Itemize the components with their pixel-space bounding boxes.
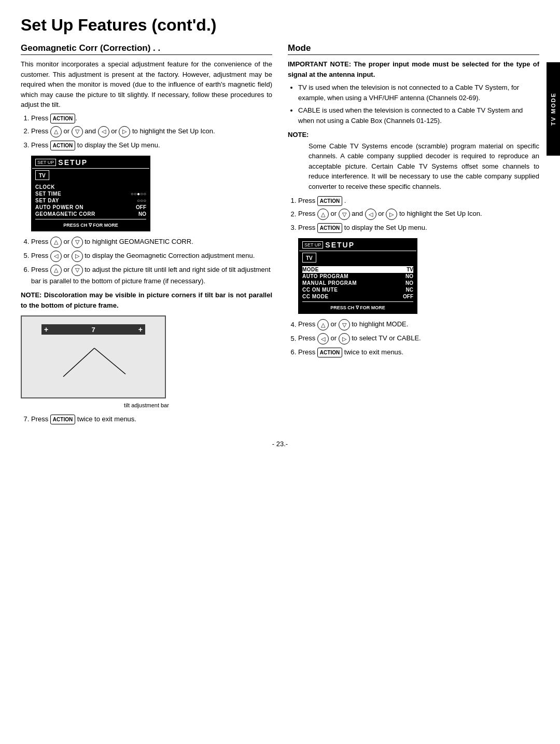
note-text: Discoloration may be visible in picture …	[21, 291, 272, 309]
up-icon-3[interactable]: △	[50, 265, 62, 276]
screen1-tv-icon: TV	[39, 173, 46, 178]
right-step-4: Press △ or ▽ to highlight MODE.	[298, 319, 539, 330]
right-step-5: Press ◁ or ▷ to select TV or CABLE.	[298, 333, 539, 345]
tv-mode-sidebar: TV MODE	[547, 62, 560, 156]
action-btn-r3[interactable]: ACTION	[317, 348, 342, 357]
left-steps-list-2: Press △ or ▽ to highlight GEOMAGNETIC CO…	[31, 237, 272, 286]
up-icon-2[interactable]: △	[50, 237, 62, 248]
svg-line-1	[94, 348, 125, 374]
right-step-6: Press ACTION twice to exit menus.	[298, 347, 539, 357]
cable-note-text: Some Cable TV Systems encode (scramble) …	[309, 141, 539, 192]
screen2-tv-icon: TV	[306, 255, 313, 261]
left-step-4: Press △ or ▽ to highlight GEOMAGNETIC CO…	[31, 237, 272, 248]
screen2-row-autoprogram: AUTO PROGRAM NO	[302, 273, 413, 280]
right-icon-1[interactable]: ▷	[119, 126, 130, 137]
up-icon-r2[interactable]: △	[317, 319, 329, 330]
screen2-header: SET UP SETUP	[299, 239, 416, 251]
screen2-row-ccmode: CC MODE OFF	[302, 293, 413, 300]
up-icon-1[interactable]: △	[50, 126, 62, 137]
tilt-bar: + 7 +	[41, 324, 145, 335]
screen1-header: SET UP SETUP	[32, 157, 149, 169]
left-step-2: Press △ or ▽ and ◁ or ▷ to highlight the…	[31, 126, 272, 137]
tilt-arrow-svg	[43, 346, 146, 387]
right-step-1: Press ACTION .	[298, 196, 539, 206]
tilt-note: NOTE: Discoloration may be visible in pi…	[21, 290, 272, 310]
screen1-row-clock: CLOCK	[35, 184, 146, 190]
screen2-row-cconmute: CC ON MUTE NC	[302, 286, 413, 293]
important-note: IMPORTANT NOTE: The proper input mode mu…	[288, 59, 539, 79]
screen-mockup-1: SET UP SETUP TV CLOCK SET TIME ○○●○○ SET	[31, 156, 150, 231]
cable-note-label: NOTE:	[288, 130, 539, 140]
tilt-plus-left: +	[44, 325, 48, 334]
screen1-title: SETUP	[58, 158, 88, 167]
right-icon-2[interactable]: ▷	[72, 251, 83, 262]
left-icon-1[interactable]: ◁	[98, 126, 109, 137]
left-heading: Geomagnetic Corr (Correction) . .	[21, 43, 272, 55]
right-heading: Mode	[288, 43, 539, 55]
left-step-5: Press ◁ or ▷ to display the Geomagnetic …	[31, 251, 272, 262]
screen1-row-settime: SET TIME ○○●○○	[35, 190, 146, 197]
down-icon-3[interactable]: ▽	[72, 265, 83, 276]
tv-bullet: TV is used when the television is not co…	[298, 82, 539, 103]
screen2-row-mode: MODE TV	[302, 266, 413, 273]
tilt-adjustment-screen: + 7 +	[21, 315, 166, 398]
tilt-number: 7	[91, 326, 95, 334]
left-step-1: Press ACTION.	[31, 113, 272, 123]
right-steps-list-2: Press △ or ▽ to highlight MODE. Press ◁ …	[298, 319, 539, 357]
screen-mockup-2: SET UP SETUP TV MODE TV AUTO PROGRAM NO …	[298, 238, 417, 314]
left-icon-r1[interactable]: ◁	[365, 209, 376, 220]
action-btn-2[interactable]: ACTION	[50, 141, 75, 150]
intro-text: This monitor incorporates a special adju…	[21, 59, 272, 110]
screen1-row-autopoweron: AUTO POWER ON OFF	[35, 204, 146, 211]
down-icon-r2[interactable]: ▽	[339, 319, 350, 330]
page-number: - 23.-	[21, 439, 539, 449]
left-steps-list-3: Press ACTION twice to exit menus.	[31, 414, 272, 424]
right-steps-list: Press ACTION . Press △ or ▽ and ◁ or ▷ t…	[298, 196, 539, 233]
left-steps-list: Press ACTION. Press △ or ▽ and ◁ or ▷ to…	[31, 113, 272, 150]
screen2-tag: SET UP	[302, 241, 323, 249]
svg-line-0	[63, 348, 94, 377]
screen1-row-setday: SET DAY ○○○	[35, 197, 146, 204]
up-icon-r1[interactable]: △	[317, 209, 329, 220]
mode-bullets: TV is used when the television is not co…	[298, 82, 539, 126]
down-icon-2[interactable]: ▽	[72, 237, 83, 248]
screen2-row-manualprogram: MANUAL PROGRAM NO	[302, 280, 413, 286]
action-btn-r2[interactable]: ACTION	[317, 223, 342, 233]
right-column: Mode IMPORTANT NOTE: The proper input mo…	[288, 43, 539, 429]
cable-bullet: CABLE is used when the television is con…	[298, 105, 539, 126]
screen1-body: CLOCK SET TIME ○○●○○ SET DAY ○○○ AUTO PO…	[32, 182, 149, 230]
left-step-6: Press △ or ▽ to adjust the picture tilt …	[31, 265, 272, 286]
action-btn-r1[interactable]: ACTION	[317, 196, 342, 206]
action-btn-1[interactable]: ACTION	[50, 114, 75, 123]
down-icon-1[interactable]: ▽	[72, 126, 83, 137]
down-icon-r1[interactable]: ▽	[339, 209, 350, 220]
page-title: Set Up Features (cont'd.)	[21, 16, 539, 35]
right-icon-r2[interactable]: ▷	[339, 333, 350, 345]
note-label: NOTE:	[21, 291, 41, 299]
screen1-tag: SET UP	[35, 159, 56, 166]
left-icon-r2[interactable]: ◁	[317, 333, 329, 345]
screen1-footer: PRESS CH ∇ FOR MORE	[63, 223, 118, 228]
right-step-3: Press ACTION to display the Set Up menu.	[298, 223, 539, 233]
screen2-body: MODE TV AUTO PROGRAM NO MANUAL PROGRAM N…	[299, 264, 416, 313]
left-step-7: Press ACTION twice to exit menus.	[31, 414, 272, 424]
left-step-3: Press ACTION to display the Set Up menu.	[31, 140, 272, 150]
tilt-label: tilt adjustment bar	[21, 401, 272, 410]
screen1-row-geocorr: GEOMAGNETIC CORR NO	[35, 211, 146, 217]
right-step-2: Press △ or ▽ and ◁ or ▷ to highlight the…	[298, 209, 539, 220]
left-icon-2[interactable]: ◁	[50, 251, 62, 262]
action-btn-3[interactable]: ACTION	[50, 415, 75, 424]
tilt-plus-right: +	[138, 325, 143, 334]
screen2-footer: PRESS CH ∇ FOR MORE	[330, 305, 385, 310]
left-column: Geomagnetic Corr (Correction) . . This m…	[21, 43, 272, 429]
right-icon-r1[interactable]: ▷	[386, 209, 397, 220]
screen2-title: SETUP	[325, 241, 355, 249]
